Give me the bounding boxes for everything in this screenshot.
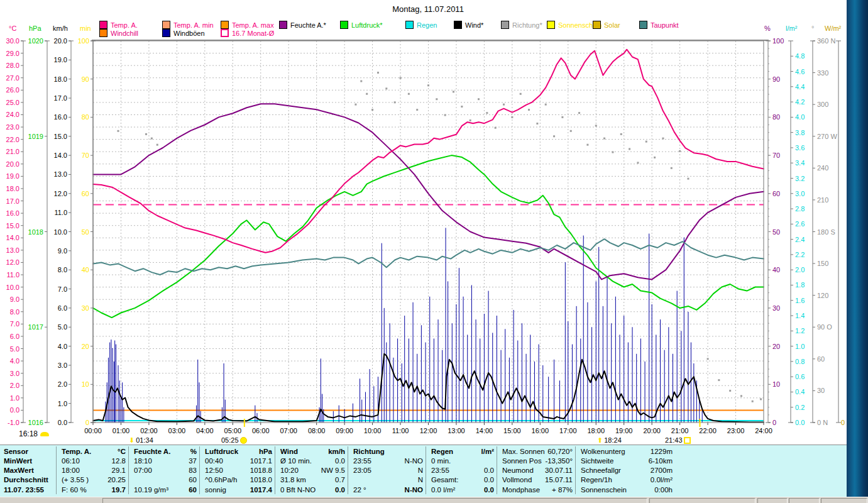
wind-direction-dot: [444, 114, 446, 116]
sun-filled-icon: [240, 437, 247, 444]
svg-text:20: 20: [772, 343, 780, 350]
svg-text:12.0: 12.0: [54, 190, 67, 197]
wind-direction-dot: [740, 395, 742, 397]
svg-text:02:00: 02:00: [140, 427, 158, 434]
wind-direction-dot: [707, 358, 709, 360]
table-divider: [199, 446, 200, 494]
svg-text:3.6: 3.6: [795, 144, 805, 152]
svg-text:4.4: 4.4: [795, 83, 805, 91]
svg-text:3.0: 3.0: [58, 362, 67, 369]
svg-text:0: 0: [772, 419, 776, 426]
wind-direction-dot: [654, 157, 656, 158]
svg-text:-1.0: -1.0: [8, 419, 19, 426]
wind-direction-dot: [511, 116, 513, 118]
svg-text:23:00: 23:00: [727, 427, 745, 434]
svg-text:13.0: 13.0: [6, 246, 19, 254]
svg-text:15.0: 15.0: [54, 133, 67, 140]
table-cell: 0.0: [429, 467, 494, 474]
svg-text:15:00: 15:00: [503, 427, 521, 434]
svg-text:19:00: 19:00: [615, 427, 633, 434]
marker-sun-outline: 21:43: [665, 436, 691, 444]
svg-text:1.6: 1.6: [795, 297, 805, 304]
svg-text:24.0: 24.0: [6, 111, 19, 118]
weather-app-window: Montag, 11.07.2011 Temp. A.Temp. A. minT…: [0, 0, 868, 503]
table-cell: 1229m: [578, 448, 673, 455]
svg-text:4.0: 4.0: [58, 343, 67, 350]
svg-text:7.0: 7.0: [58, 285, 67, 293]
wind-direction-dot: [394, 101, 396, 103]
status-bar-segment: [102, 498, 647, 503]
svg-text:150: 150: [817, 260, 828, 267]
wind-direction-dot: [157, 144, 158, 146]
table-cell: 60: [131, 476, 197, 484]
table-cell: MaxWert: [4, 467, 34, 474]
svg-text:0.0: 0.0: [10, 406, 19, 414]
status-bar: [0, 497, 868, 503]
table-cell: °C: [59, 448, 126, 455]
svg-text:10: 10: [82, 380, 89, 388]
svg-text:3.2: 3.2: [795, 175, 805, 182]
svg-text:90 O: 90 O: [817, 323, 832, 331]
table-cell: hPa: [202, 448, 272, 455]
wind-direction-dot: [408, 93, 410, 95]
table-cell: 1017.4: [202, 486, 272, 494]
svg-text:70: 70: [772, 152, 780, 159]
svg-text:6.0: 6.0: [10, 333, 19, 340]
svg-text:03:00: 03:00: [168, 427, 186, 434]
svg-text:11.0: 11.0: [6, 271, 19, 279]
table-cell: Sensor: [4, 448, 28, 455]
wind-direction-dot: [570, 130, 572, 132]
wind-direction-dot: [145, 133, 147, 135]
wind-direction-dot: [671, 167, 673, 169]
svg-text:05:00: 05:00: [224, 427, 242, 434]
table-divider: [348, 446, 348, 494]
marker-moon-rise-arrow: ⬆18:24: [597, 436, 622, 444]
table-divider: [497, 446, 497, 494]
table-cell: Richtung: [353, 448, 385, 455]
svg-text:18:00: 18:00: [587, 427, 605, 434]
svg-text:30: 30: [772, 304, 780, 312]
svg-text:16:00: 16:00: [532, 427, 549, 434]
wind-direction-dot: [561, 116, 563, 118]
svg-text:2.0: 2.0: [795, 266, 805, 274]
status-bar-segment: [757, 498, 788, 503]
svg-text:3.0: 3.0: [795, 190, 805, 197]
table-cell: 0.0: [278, 486, 345, 494]
svg-text:12.0: 12.0: [6, 258, 19, 266]
svg-text:22:00: 22:00: [699, 427, 717, 434]
svg-text:21.0: 21.0: [6, 148, 19, 155]
svg-text:80: 80: [82, 113, 89, 121]
table-cell: 6-10km: [578, 457, 673, 465]
svg-text:2.2: 2.2: [795, 251, 805, 258]
wind-direction-dot: [366, 93, 368, 95]
wind-direction-dot: [620, 133, 622, 135]
svg-text:11:00: 11:00: [392, 427, 409, 434]
table-cell: -13,350°: [500, 457, 573, 465]
plot-area[interactable]: -1.00.01.02.03.04.05.06.07.08.09.010.011…: [0, 0, 847, 445]
svg-text:3.4: 3.4: [795, 159, 805, 167]
svg-text:5.0: 5.0: [58, 323, 67, 331]
status-bar-segment: [789, 498, 820, 503]
svg-text:8.0: 8.0: [10, 308, 19, 316]
wind-direction-dot: [729, 390, 731, 392]
table-cell: l/m²: [429, 448, 494, 455]
table-divider: [575, 446, 576, 494]
svg-text:360 N: 360 N: [817, 37, 835, 45]
svg-text:330: 330: [817, 69, 828, 77]
svg-text:07:00: 07:00: [280, 427, 297, 434]
marker-time: 18:24: [604, 436, 622, 444]
wind-direction-dot: [371, 109, 373, 111]
wind-direction-dot: [545, 104, 547, 106]
svg-text:270 W: 270 W: [817, 133, 837, 140]
svg-text:06:00: 06:00: [252, 427, 270, 434]
svg-text:1017: 1017: [28, 323, 43, 331]
table-divider: [426, 446, 426, 494]
svg-text:1.0: 1.0: [795, 343, 805, 350]
svg-text:19.0: 19.0: [6, 172, 19, 180]
table-cell: 60,720°: [500, 448, 573, 455]
svg-text:4.0: 4.0: [795, 113, 805, 121]
svg-text:26.0: 26.0: [6, 86, 19, 94]
svg-text:17.0: 17.0: [6, 197, 19, 205]
summary-table: SensorMinWertMaxWertDurchschnitt11.07. 2…: [0, 445, 847, 497]
svg-text:29.0: 29.0: [6, 50, 19, 57]
